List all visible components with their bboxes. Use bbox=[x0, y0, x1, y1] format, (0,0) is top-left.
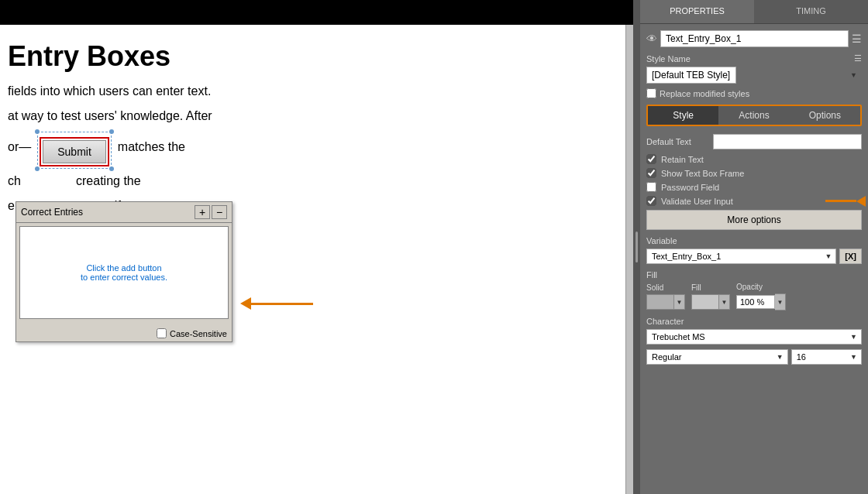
solid-label: Solid bbox=[646, 283, 685, 292]
fill-color-label: Fill bbox=[691, 283, 730, 292]
validate-user-input-checkbox[interactable] bbox=[646, 196, 656, 206]
opacity-item: Opacity ▼ bbox=[736, 283, 786, 310]
validate-arrow-head bbox=[856, 196, 866, 207]
canvas-para3b: matches the bbox=[118, 138, 185, 156]
eye-icon[interactable]: 👁 bbox=[646, 33, 657, 45]
fill-swatch-wrapper: ▼ bbox=[691, 294, 730, 310]
variable-section-label: Variable bbox=[646, 236, 862, 245]
dialog-plus-btn[interactable]: + bbox=[195, 205, 210, 219]
object-name-input[interactable] bbox=[660, 30, 849, 47]
show-text-box-label: Show Text Box Frame bbox=[661, 169, 744, 178]
canvas-heading: Entry Boxes bbox=[8, 40, 625, 73]
arrow-line bbox=[251, 303, 313, 305]
tab-options[interactable]: Options bbox=[790, 106, 860, 125]
panel-tabs: PROPERTIES TIMING bbox=[640, 0, 868, 24]
dialog-listbox: Click the add button to enter correct va… bbox=[19, 226, 229, 319]
character-section-label: Character bbox=[646, 317, 862, 326]
dialog-minus-btn[interactable]: − bbox=[212, 205, 227, 219]
opacity-wrapper: ▼ bbox=[736, 293, 786, 310]
font-select[interactable]: Trebuchet MS bbox=[646, 329, 862, 345]
canvas-para2: at way to test users' knowledge. After bbox=[8, 107, 625, 125]
solid-swatch-wrapper: ▼ bbox=[646, 294, 685, 310]
replace-modified-label: Replace modified styles bbox=[660, 89, 749, 98]
fill-color-item: Fill ▼ bbox=[691, 283, 730, 310]
object-name-row: 👁 ☰ bbox=[646, 30, 862, 47]
top-bar bbox=[0, 0, 633, 25]
opacity-label: Opacity bbox=[736, 283, 786, 291]
canvas-para1: fields into which users can enter text. bbox=[8, 82, 625, 101]
style-name-label: Style Name ☰ bbox=[646, 53, 862, 63]
arrow-head-left bbox=[240, 297, 251, 310]
style-name-select-wrapper: [Default TEB Style] bbox=[646, 67, 862, 84]
variable-row: Text_Entry_Box_1 [X] bbox=[646, 249, 862, 264]
scrollbar-vertical[interactable] bbox=[625, 25, 633, 494]
font-style-select[interactable]: Regular bbox=[646, 349, 788, 365]
fill-section: Fill Solid ▼ Fill ▼ bbox=[646, 270, 862, 310]
dialog-footer: Case-Sensitive bbox=[16, 325, 232, 341]
more-options-button[interactable]: More options bbox=[646, 210, 862, 230]
replace-modified-row: Replace modified styles bbox=[646, 88, 862, 98]
password-field-row: Password Field bbox=[646, 182, 862, 192]
divider-panel bbox=[633, 0, 639, 494]
validate-arrow bbox=[825, 196, 866, 207]
variable-select-wrapper: Text_Entry_Box_1 bbox=[646, 249, 836, 264]
default-text-row: Default Text bbox=[646, 134, 862, 149]
style-name-select[interactable]: [Default TEB Style] bbox=[646, 67, 736, 84]
canvas-para4: ch creating the bbox=[8, 172, 625, 190]
validate-user-input-label: Validate User Input bbox=[661, 197, 733, 206]
variable-x-button[interactable]: [X] bbox=[839, 249, 862, 264]
password-field-label: Password Field bbox=[661, 183, 719, 192]
font-style-wrapper: Regular bbox=[646, 349, 788, 365]
fill-section-label: Fill bbox=[646, 270, 862, 280]
fill-row: Solid ▼ Fill ▼ Opacity bbox=[646, 283, 862, 310]
tab-timing[interactable]: TIMING bbox=[754, 0, 868, 23]
retain-text-row: Retain Text bbox=[646, 154, 862, 164]
opacity-dropdown-btn[interactable]: ▼ bbox=[775, 293, 786, 310]
canvas-area: Entry Boxes fields into which users can … bbox=[0, 0, 633, 494]
style-name-row: [Default TEB Style] bbox=[646, 67, 862, 84]
retain-text-label: Retain Text bbox=[661, 155, 704, 164]
tab-actions[interactable]: Actions bbox=[718, 106, 789, 125]
solid-color-swatch[interactable] bbox=[646, 294, 674, 310]
show-text-box-checkbox[interactable] bbox=[646, 168, 656, 178]
submit-button[interactable]: Submit bbox=[43, 140, 106, 163]
default-text-label: Default Text bbox=[646, 137, 708, 146]
correct-entries-dialog: Correct Entries + − Click the add button… bbox=[16, 201, 232, 342]
solid-dropdown-btn[interactable]: ▼ bbox=[674, 294, 685, 310]
font-style-row: Regular 16 bbox=[646, 349, 862, 365]
fill-color-swatch[interactable] bbox=[691, 294, 719, 310]
font-select-wrapper: Trebuchet MS bbox=[646, 329, 862, 345]
case-sensitive-checkbox[interactable] bbox=[157, 328, 167, 338]
menu-icon[interactable]: ☰ bbox=[852, 33, 862, 45]
style-name-menu-icon[interactable]: ☰ bbox=[854, 53, 862, 63]
right-panel: PROPERTIES TIMING 👁 ☰ Style Name ☰ [Defa… bbox=[639, 0, 868, 494]
inner-tabs: Style Actions Options bbox=[646, 105, 862, 126]
arrow-to-dialog bbox=[240, 297, 313, 310]
tab-properties[interactable]: PROPERTIES bbox=[640, 0, 754, 23]
tab-style[interactable]: Style bbox=[648, 106, 718, 125]
show-text-box-row: Show Text Box Frame bbox=[646, 168, 862, 178]
fill-solid-item: Solid ▼ bbox=[646, 283, 685, 310]
dialog-placeholder: Click the add button to enter correct va… bbox=[81, 263, 167, 282]
font-size-wrapper: 16 bbox=[791, 349, 862, 365]
dialog-body: Click the add button to enter correct va… bbox=[16, 223, 232, 325]
case-sensitive-text: Case-Sensitive bbox=[170, 329, 227, 338]
password-field-checkbox[interactable] bbox=[646, 182, 656, 192]
replace-modified-checkbox[interactable] bbox=[646, 88, 656, 98]
dialog-titlebar: Correct Entries + − bbox=[16, 202, 232, 223]
retain-text-checkbox[interactable] bbox=[646, 154, 656, 164]
panel-body: 👁 ☰ Style Name ☰ [Default TEB Style] Rep… bbox=[640, 24, 868, 494]
default-text-input[interactable] bbox=[713, 134, 862, 149]
submit-btn-wrapper: Submit bbox=[40, 137, 109, 166]
dialog-title: Correct Entries bbox=[21, 207, 83, 218]
canvas-para3: or— bbox=[8, 138, 31, 156]
dialog-controls: + − bbox=[195, 205, 227, 219]
validate-user-input-row: Validate User Input bbox=[646, 196, 862, 206]
opacity-input[interactable] bbox=[736, 295, 775, 309]
variable-select[interactable]: Text_Entry_Box_1 bbox=[646, 249, 836, 264]
character-section: Character Trebuchet MS Regular 16 bbox=[646, 317, 862, 365]
validate-arrow-line bbox=[825, 200, 856, 202]
case-sensitive-label: Case-Sensitive bbox=[157, 328, 227, 338]
font-size-select[interactable]: 16 bbox=[791, 349, 862, 365]
fill-dropdown-btn[interactable]: ▼ bbox=[719, 294, 730, 310]
